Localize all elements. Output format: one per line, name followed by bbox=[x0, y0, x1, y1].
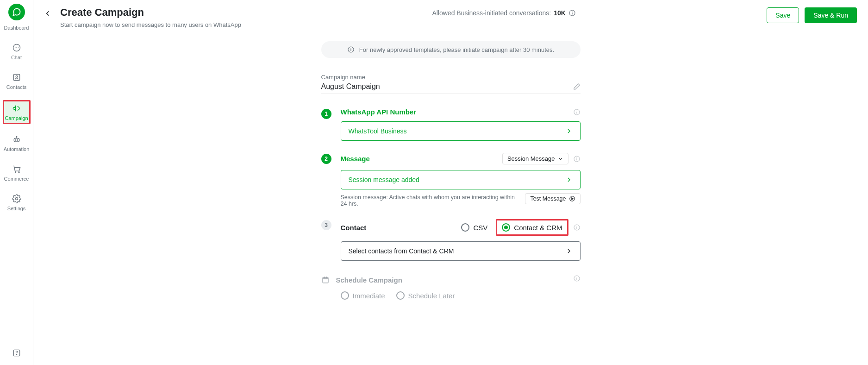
svg-point-7 bbox=[15, 172, 16, 173]
svg-rect-19 bbox=[323, 277, 328, 283]
info-icon bbox=[573, 275, 581, 282]
topbar: Create Campaign Start campaign now to se… bbox=[33, 0, 868, 32]
step-title: Contact bbox=[341, 224, 367, 232]
radio-icon bbox=[396, 291, 405, 300]
sidebar-item-commerce[interactable]: Commerce bbox=[3, 162, 31, 183]
page-subtitle: Start campaign now to send messages to m… bbox=[60, 21, 241, 28]
step-info-button[interactable] bbox=[573, 275, 581, 282]
step-api-number: 1 WhatsApp API Number WhatsTool Business bbox=[321, 108, 581, 141]
allowed-conversations: Allowed Business-initiated conversations… bbox=[249, 6, 759, 17]
sidebar-item-settings[interactable]: Settings bbox=[3, 192, 31, 213]
sidebar-item-contacts[interactable]: Contacts bbox=[3, 70, 31, 92]
pencil-icon bbox=[573, 83, 581, 90]
robot-icon bbox=[12, 134, 22, 145]
step-info-button[interactable] bbox=[573, 224, 581, 231]
svg-point-6 bbox=[16, 136, 17, 137]
test-message-button[interactable]: Test Message bbox=[525, 193, 580, 204]
sidebar-item-label: Campaign bbox=[5, 115, 28, 121]
info-icon bbox=[573, 224, 581, 231]
svg-point-9 bbox=[15, 198, 18, 200]
api-number-select[interactable]: WhatsTool Business bbox=[341, 121, 581, 141]
chevron-right-icon bbox=[565, 247, 573, 255]
play-circle-icon bbox=[569, 195, 575, 202]
sidebar-item-automation[interactable]: Automation bbox=[3, 132, 31, 154]
help-icon bbox=[12, 348, 21, 358]
chat-icon bbox=[12, 43, 22, 53]
campaign-name-input[interactable] bbox=[321, 82, 573, 92]
contact-option-csv[interactable]: CSV bbox=[461, 223, 487, 232]
sidebar-item-label: Automation bbox=[4, 146, 30, 152]
svg-point-11 bbox=[16, 354, 17, 355]
campaign-name-label: Campaign name bbox=[321, 74, 581, 81]
info-icon bbox=[347, 46, 355, 53]
step-number: 3 bbox=[321, 220, 331, 230]
chevron-right-icon bbox=[565, 176, 573, 183]
svg-marker-17 bbox=[571, 198, 573, 200]
sidebar-item-campaign[interactable]: Campaign bbox=[3, 100, 31, 124]
chevron-right-icon bbox=[565, 127, 573, 135]
step-number: 1 bbox=[321, 109, 331, 119]
message-type-select[interactable]: Session Message bbox=[502, 153, 568, 164]
radio-icon bbox=[502, 223, 510, 232]
whatsapp-logo-icon bbox=[12, 7, 21, 17]
step-schedule: Schedule Campaign Immediate bbox=[321, 273, 581, 300]
sidebar: Dashboard Chat Contacts Campaign bbox=[0, 0, 33, 365]
chevron-left-icon bbox=[44, 9, 52, 18]
step-info-button[interactable] bbox=[573, 108, 581, 116]
gear-icon bbox=[12, 194, 22, 204]
message-hint: Session message: Active chats with whom … bbox=[341, 194, 520, 207]
page-title: Create Campaign bbox=[60, 6, 241, 19]
chevron-down-icon bbox=[558, 156, 563, 162]
contact-select[interactable]: Select contacts from Contact & CRM bbox=[341, 241, 581, 261]
back-button[interactable] bbox=[43, 8, 53, 19]
schedule-option-later[interactable]: Schedule Later bbox=[396, 291, 455, 300]
app-logo bbox=[8, 4, 25, 20]
svg-rect-3 bbox=[14, 138, 19, 142]
contacts-icon bbox=[12, 72, 22, 82]
svg-point-4 bbox=[15, 139, 16, 140]
svg-point-2 bbox=[16, 76, 18, 78]
sidebar-item-dashboard[interactable]: Dashboard bbox=[3, 23, 31, 32]
info-icon[interactable] bbox=[568, 9, 576, 17]
step-info-button[interactable] bbox=[573, 155, 581, 163]
save-button[interactable]: Save bbox=[767, 7, 799, 23]
info-banner: For newly approved templates, please ini… bbox=[321, 41, 581, 58]
calendar-icon bbox=[321, 276, 330, 284]
contact-option-crm[interactable]: Contact & CRM bbox=[496, 219, 568, 236]
sidebar-item-label: Chat bbox=[11, 55, 22, 60]
schedule-title: Schedule Campaign bbox=[336, 276, 402, 284]
step-message: 2 Message Session Message bbox=[321, 153, 581, 207]
sidebar-item-label: Commerce bbox=[4, 176, 29, 182]
radio-icon bbox=[461, 223, 469, 232]
sidebar-item-label: Settings bbox=[7, 206, 26, 211]
step-title: Message bbox=[341, 155, 370, 163]
radio-icon bbox=[341, 291, 349, 300]
megaphone-icon bbox=[12, 103, 22, 113]
save-run-button[interactable]: Save & Run bbox=[805, 7, 857, 23]
sidebar-item-label: Dashboard bbox=[4, 25, 29, 31]
step-title: WhatsApp API Number bbox=[341, 108, 417, 116]
sidebar-item-label: Contacts bbox=[6, 84, 26, 90]
sidebar-item-chat[interactable]: Chat bbox=[3, 41, 31, 62]
main-content: Create Campaign Start campaign now to se… bbox=[33, 0, 868, 365]
campaign-name-field: Campaign name bbox=[321, 74, 581, 94]
svg-point-5 bbox=[17, 139, 18, 140]
message-select[interactable]: Session message added bbox=[341, 170, 581, 189]
help-button[interactable] bbox=[12, 348, 21, 358]
info-icon bbox=[573, 108, 581, 116]
step-number: 2 bbox=[321, 154, 331, 164]
schedule-option-immediate[interactable]: Immediate bbox=[341, 291, 385, 300]
cart-icon bbox=[12, 164, 22, 174]
info-icon bbox=[573, 155, 581, 163]
svg-point-8 bbox=[18, 172, 19, 173]
step-contact: 3 Contact CSV bbox=[321, 219, 581, 261]
edit-name-button[interactable] bbox=[573, 83, 581, 90]
